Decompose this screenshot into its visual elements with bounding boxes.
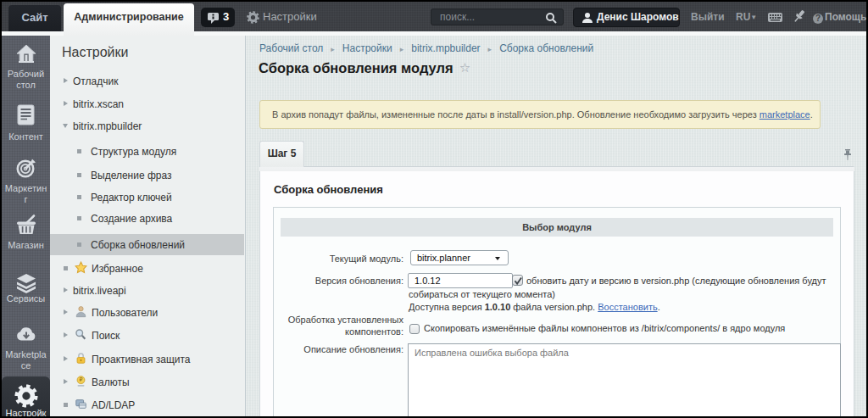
svg-text:₽: ₽	[80, 376, 83, 382]
